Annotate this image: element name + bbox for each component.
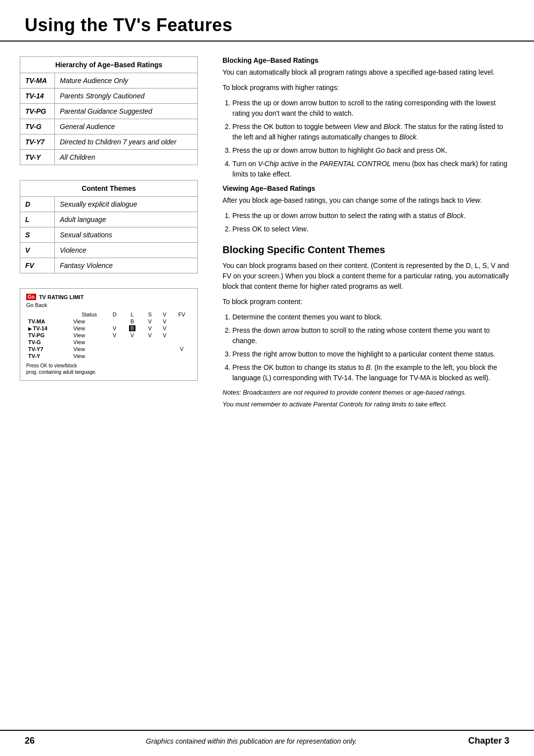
blocking-content-sub-intro: To block program content:: [222, 297, 514, 307]
content-theme-row: FVFantasy Violence: [20, 258, 198, 273]
content-theme-row: SSexual situations: [20, 227, 198, 243]
age-rating-row: TV-Y7Directed to Children 7 years and ol…: [20, 134, 198, 150]
content-theme-row: DSexually explicit dialogue: [20, 197, 198, 212]
theme-code: D: [20, 197, 55, 212]
rating-desc: Parents Strongly Cautioned: [55, 89, 198, 104]
age-rating-row: TV-MAMature Audience Only: [20, 73, 198, 89]
tv-screen-mockup: Go TV RATING LIMIT Go Back Status D L S …: [20, 288, 198, 381]
left-column: Hierarchy of Age–Based Ratings TV-MAMatu…: [20, 56, 198, 412]
blocking-content-step: Determine the content themes you want to…: [232, 312, 514, 322]
tv-s: V: [142, 325, 157, 332]
rating-desc: All Children: [55, 150, 198, 165]
tv-screen-header: Go TV RATING LIMIT: [26, 294, 191, 300]
blocking-age-step: Press the up or down arrow button to scr…: [232, 98, 514, 119]
rating-code: TV-Y: [20, 150, 55, 165]
tv-v: V: [157, 325, 172, 332]
tv-l: B: [122, 325, 143, 332]
page-footer: 26 Graphics contained within this public…: [0, 730, 534, 746]
note-text: Notes: Broadcasters are not required to …: [222, 388, 514, 397]
theme-desc: Violence: [55, 243, 198, 258]
col-v: V: [157, 311, 172, 318]
tv-code: TV-MA: [26, 318, 71, 325]
tv-rating-row: TV-MA View B V V: [26, 318, 191, 325]
tv-status: View: [71, 318, 107, 325]
viewing-age-title: Viewing Age–Based Ratings: [222, 184, 514, 192]
tv-l: [122, 339, 143, 346]
tv-screen-footer: Press OK to view/blockprog. containing a…: [26, 362, 191, 375]
content-theme-row: LAdult language: [20, 212, 198, 227]
age-rating-row: TV-14Parents Strongly Cautioned: [20, 89, 198, 104]
blocking-content-heading: Blocking Specific Content Themes: [222, 244, 514, 256]
blocking-age-intro: You can automatically block all program …: [222, 67, 514, 78]
theme-code: S: [20, 227, 55, 243]
tv-fv: [172, 318, 191, 325]
tv-code: TV-Y7: [26, 346, 71, 353]
age-rating-row: TV-PGParental Guidance Suggested: [20, 104, 198, 119]
content-theme-row: VViolence: [20, 243, 198, 258]
tv-v: V: [157, 318, 172, 325]
tv-d: [107, 346, 122, 353]
tv-fv: [172, 339, 191, 346]
tv-rating-row: TV-Y7 View V: [26, 346, 191, 353]
rating-code: TV-Y7: [20, 134, 55, 150]
tv-fv: [172, 332, 191, 339]
page-number: 26: [25, 736, 35, 746]
viewing-age-steps: Press the up or down arrow button to sel…: [222, 211, 514, 234]
footer-center-text: Graphics contained within this publicati…: [146, 737, 357, 745]
age-ratings-header: Hierarchy of Age–Based Ratings: [20, 57, 198, 73]
tv-d: [107, 318, 122, 325]
theme-desc: Adult language: [55, 212, 198, 227]
tv-status: View: [71, 346, 107, 353]
rating-desc: Mature Audience Only: [55, 73, 198, 89]
col-l: L: [122, 311, 143, 318]
tv-rating-row: TV-PG View V V V V: [26, 332, 191, 339]
tv-v: [157, 353, 172, 359]
col-d: D: [107, 311, 122, 318]
viewing-age-step: Press the up or down arrow button to sel…: [232, 211, 514, 221]
tv-d: [107, 353, 122, 359]
age-ratings-table: Hierarchy of Age–Based Ratings TV-MAMatu…: [20, 56, 198, 165]
blocking-content-step: Press the OK button to change its status…: [232, 362, 514, 383]
theme-code: L: [20, 212, 55, 227]
rating-code: TV-G: [20, 119, 55, 134]
blocking-age-sub-intro: To block programs with higher ratings:: [222, 83, 514, 93]
col-status: Status: [71, 311, 107, 318]
theme-desc: Fantasy Violence: [55, 258, 198, 273]
tv-fv: [172, 353, 191, 359]
tv-code: TV-14: [26, 325, 71, 332]
rating-code: TV-MA: [20, 73, 55, 89]
blocking-age-steps: Press the up or down arrow button to scr…: [222, 98, 514, 179]
rating-code: TV-14: [20, 89, 55, 104]
content-themes-header: Content Themes: [20, 180, 198, 197]
tv-screen-title: TV RATING LIMIT: [39, 294, 84, 300]
page-title: Using the TV's Features: [25, 15, 509, 36]
notes-section: Notes: Broadcasters are not required to …: [222, 388, 514, 409]
tv-l: [122, 353, 143, 359]
chapter-label: Chapter 3: [468, 736, 509, 746]
note-text: You must remember to activate Parental C…: [222, 400, 514, 409]
blocking-age-step: Press the up or down arrow button to hig…: [232, 145, 514, 156]
viewing-age-step: Press OK to select View.: [232, 224, 514, 234]
theme-code: V: [20, 243, 55, 258]
col-fv: FV: [172, 311, 191, 318]
tv-code: TV-Y: [26, 353, 71, 359]
tv-l: B: [122, 318, 143, 325]
tv-s: [142, 346, 157, 353]
theme-desc: Sexually explicit dialogue: [55, 197, 198, 212]
content-themes-table: Content Themes DSexually explicit dialog…: [20, 180, 198, 273]
tv-d: V: [107, 325, 122, 332]
tv-status: View: [71, 353, 107, 359]
col-s: S: [142, 311, 157, 318]
tv-s: [142, 339, 157, 346]
blocking-content-step: Press the down arrow button to scroll to…: [232, 325, 514, 346]
tv-v: V: [157, 332, 172, 339]
tv-d: [107, 339, 122, 346]
tv-rating-row: TV-14 View V B V V: [26, 325, 191, 332]
right-column: Blocking Age–Based Ratings You can autom…: [213, 56, 514, 412]
rating-desc: Directed to Children 7 years and older: [55, 134, 198, 150]
tv-d: V: [107, 332, 122, 339]
rating-code: TV-PG: [20, 104, 55, 119]
tv-rating-row: TV-Y View: [26, 353, 191, 359]
age-rating-row: TV-YAll Children: [20, 150, 198, 165]
tv-l: [122, 346, 143, 353]
